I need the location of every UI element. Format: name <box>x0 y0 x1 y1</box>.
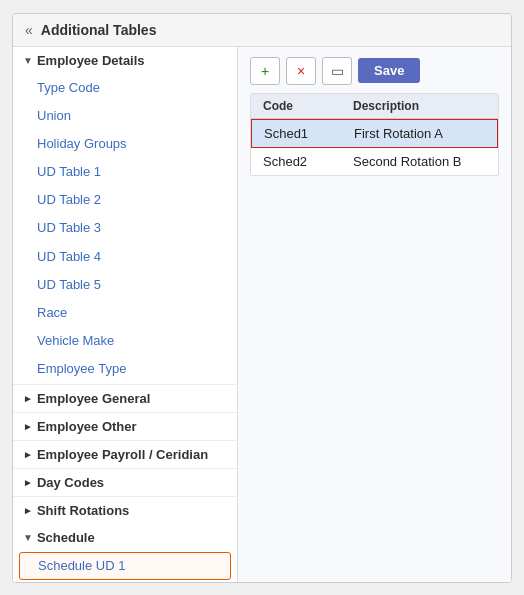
table-row[interactable]: Sched2 Second Rotation B <box>251 148 498 175</box>
section-schedule: ▼ Schedule Schedule UD 1 Schedule UD 2 <box>13 524 237 582</box>
section-shift-rotations[interactable]: ► Shift Rotations <box>13 496 237 524</box>
title-bar: « Additional Tables <box>13 14 511 47</box>
table-header: Code Description <box>251 94 498 119</box>
column-header-description: Description <box>341 94 498 118</box>
sidebar-item-ud-table-2[interactable]: UD Table 2 <box>13 186 237 214</box>
main-panel: + × ▭ Save Code Description Sched1 First… <box>238 47 511 582</box>
sidebar-item-schedule-ud-2[interactable]: Schedule UD 2 <box>13 581 237 582</box>
toolbar: + × ▭ Save <box>238 47 511 93</box>
section-label-employee-details: Employee Details <box>37 53 145 68</box>
chevron-right-icon: ► <box>23 505 33 516</box>
sidebar-item-vehicle-make[interactable]: Vehicle Make <box>13 327 237 355</box>
chevron-right-icon: ► <box>23 393 33 404</box>
sidebar-item-ud-table-5[interactable]: UD Table 5 <box>13 271 237 299</box>
column-header-code: Code <box>251 94 341 118</box>
cell-code: Sched2 <box>251 148 341 175</box>
section-label-employee-general: Employee General <box>37 391 150 406</box>
sidebar-item-union[interactable]: Union <box>13 102 237 130</box>
section-label-employee-other: Employee Other <box>37 419 137 434</box>
window-title: Additional Tables <box>41 22 157 38</box>
sidebar-item-employee-type[interactable]: Employee Type <box>13 355 237 383</box>
content-area: ▼ Employee Details Type Code Union Holid… <box>13 47 511 582</box>
main-window: « Additional Tables ▼ Employee Details T… <box>12 13 512 583</box>
section-day-codes[interactable]: ► Day Codes <box>13 468 237 496</box>
data-table: Code Description Sched1 First Rotation A… <box>250 93 499 176</box>
sidebar-item-schedule-ud-1[interactable]: Schedule UD 1 <box>19 552 231 580</box>
cell-description: First Rotation A <box>342 120 497 147</box>
table-row[interactable]: Sched1 First Rotation A <box>251 119 498 148</box>
back-arrows-icon[interactable]: « <box>25 22 33 38</box>
sidebar-item-ud-table-3[interactable]: UD Table 3 <box>13 214 237 242</box>
chevron-right-icon: ► <box>23 421 33 432</box>
remove-button[interactable]: × <box>286 57 316 85</box>
sidebar: ▼ Employee Details Type Code Union Holid… <box>13 47 238 582</box>
chevron-right-icon: ► <box>23 477 33 488</box>
section-employee-general[interactable]: ► Employee General <box>13 384 237 412</box>
section-header-schedule[interactable]: ▼ Schedule <box>13 524 237 551</box>
section-employee-other[interactable]: ► Employee Other <box>13 412 237 440</box>
section-label-employee-payroll: Employee Payroll / Ceridian <box>37 447 208 462</box>
save-button[interactable]: Save <box>358 58 420 83</box>
sidebar-item-type-code[interactable]: Type Code <box>13 74 237 102</box>
chevron-right-icon: ► <box>23 449 33 460</box>
section-employee-details: ▼ Employee Details Type Code Union Holid… <box>13 47 237 384</box>
section-header-employee-details[interactable]: ▼ Employee Details <box>13 47 237 74</box>
cell-code: Sched1 <box>252 120 342 147</box>
section-label-day-codes: Day Codes <box>37 475 104 490</box>
section-label-schedule: Schedule <box>37 530 95 545</box>
sidebar-item-ud-table-1[interactable]: UD Table 1 <box>13 158 237 186</box>
copy-button[interactable]: ▭ <box>322 57 352 85</box>
section-label-shift-rotations: Shift Rotations <box>37 503 129 518</box>
add-button[interactable]: + <box>250 57 280 85</box>
sidebar-item-ud-table-4[interactable]: UD Table 4 <box>13 243 237 271</box>
sidebar-item-holiday-groups[interactable]: Holiday Groups <box>13 130 237 158</box>
sidebar-item-race[interactable]: Race <box>13 299 237 327</box>
chevron-down-icon: ▼ <box>23 55 33 66</box>
chevron-down-icon: ▼ <box>23 532 33 543</box>
cell-description: Second Rotation B <box>341 148 498 175</box>
section-employee-payroll[interactable]: ► Employee Payroll / Ceridian <box>13 440 237 468</box>
